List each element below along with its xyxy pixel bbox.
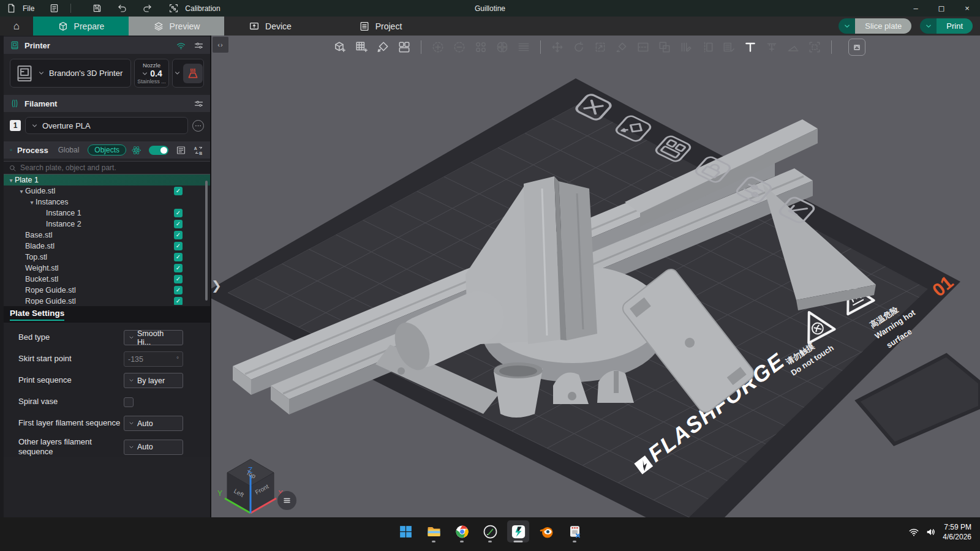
tree-row-top-stl[interactable]: Top.stl✓ [4, 252, 210, 263]
taskbar-blender[interactable] [535, 520, 557, 542]
taskbar-flashforge-slicer[interactable] [507, 520, 529, 542]
slice-plate-split-button: Slice plate [839, 18, 911, 34]
tab-preview[interactable]: Preview [129, 17, 224, 36]
printer-chevron-icon [37, 69, 45, 77]
visibility-checkbox[interactable]: ✓ [174, 187, 183, 195]
calibration-menu[interactable]: Calibration [185, 4, 220, 13]
taskbar-start[interactable] [394, 520, 417, 542]
redo-icon[interactable] [142, 3, 153, 13]
search-input[interactable] [20, 163, 205, 172]
clock-time: 7:59 PM [943, 522, 971, 532]
tree-row-rope-guide-stl[interactable]: Rope Guide.stl✓ [4, 296, 210, 305]
tree-row-plate-1[interactable]: ▾Plate 1 [4, 174, 210, 186]
tree-row-bucket-stl[interactable]: Bucket.stl✓ [4, 274, 210, 285]
add-plate-icon[interactable] [353, 39, 370, 56]
viewport-3d[interactable]: 请勿触摸 Do not touch 高温危险 Warning hot surfa… [211, 36, 980, 517]
filament-selector[interactable]: Overture PLA [25, 117, 188, 134]
heated-bed-icon [183, 64, 203, 83]
bed-type-select[interactable]: Smooth Hi... [124, 330, 183, 345]
title-bar: File Calibration Guillotine – ◻ × [0, 0, 980, 17]
ramp-icon [785, 39, 802, 56]
printer-section-header: Printer [4, 37, 210, 54]
tree-row-guide-stl[interactable]: ▾Guide.stl✓ [4, 186, 210, 197]
printer-settings-icon[interactable] [194, 40, 204, 51]
filament-settings-icon[interactable] [194, 99, 204, 109]
file-menu[interactable]: File [23, 4, 34, 13]
visibility-checkbox[interactable]: ✓ [174, 286, 183, 294]
taskbar-clock[interactable]: 7:59 PM 4/6/2026 [943, 522, 971, 542]
visibility-checkbox[interactable]: ✓ [174, 242, 183, 250]
tray-volume-icon[interactable] [925, 527, 937, 538]
first-layer-seq-select[interactable]: Auto [124, 416, 183, 431]
tab-prepare[interactable]: Prepare [33, 17, 129, 36]
viewport-menu-button[interactable] [277, 491, 296, 510]
tree-row-instance-2[interactable]: Instance 2✓ [4, 219, 210, 230]
visibility-checkbox[interactable]: ✓ [174, 297, 183, 305]
assembly-icon[interactable] [848, 39, 865, 56]
print-options-chevron[interactable] [920, 18, 937, 34]
spiral-vase-checkbox[interactable] [124, 397, 134, 407]
undo-icon[interactable] [117, 3, 127, 13]
tree-scrollbar[interactable] [205, 181, 208, 301]
visibility-checkbox[interactable]: ✓ [174, 209, 183, 217]
taskbar-file-explorer[interactable] [423, 520, 445, 542]
tray-wifi-icon[interactable] [908, 527, 919, 538]
tree-row-weight-stl[interactable]: Weight.stl✓ [4, 263, 210, 274]
maximize-button[interactable]: ◻ [929, 0, 954, 17]
skirt-start-input[interactable] [128, 355, 171, 364]
tree-caret-icon[interactable]: ▾ [18, 188, 25, 195]
visibility-checkbox[interactable]: ✓ [174, 275, 183, 283]
parameter-list-icon[interactable] [176, 145, 186, 156]
model-bucket[interactable] [494, 362, 543, 418]
nozzle-selector[interactable]: Nozzle 0.4 Stainless ... [134, 59, 169, 88]
taskbar-pen-app[interactable] [479, 520, 501, 542]
tree-row-instances[interactable]: ▾Instances [4, 197, 210, 208]
advanced-mode-icon[interactable] [131, 145, 141, 156]
bed-type-selector[interactable] [172, 59, 204, 88]
text-tool-icon[interactable] [742, 39, 759, 56]
close-button[interactable]: × [954, 0, 980, 17]
project-icon [359, 21, 370, 32]
tab-device[interactable]: Device [224, 17, 316, 36]
visibility-checkbox[interactable]: ✓ [174, 253, 183, 261]
filament-more-button[interactable] [192, 120, 204, 132]
printer-selector[interactable]: Brandon's 3D Printer [10, 59, 131, 88]
arrange-icon[interactable] [396, 39, 413, 56]
minimize-button[interactable]: – [903, 0, 929, 17]
auto-orient-icon[interactable] [374, 39, 391, 56]
calibration-icon[interactable] [168, 3, 179, 13]
chevron-down-icon [128, 334, 135, 341]
print-button[interactable]: Print [937, 18, 973, 34]
printer-header-label: Printer [24, 41, 50, 50]
tab-project[interactable]: Project [334, 17, 426, 36]
visibility-checkbox[interactable]: ✓ [174, 220, 183, 228]
visibility-checkbox[interactable]: ✓ [174, 231, 183, 239]
tree-caret-icon[interactable]: ▾ [28, 199, 36, 206]
visibility-checkbox[interactable]: ✓ [174, 264, 183, 272]
other-layers-seq-select[interactable]: Auto [124, 440, 183, 455]
taskbar-snipping-tool[interactable] [564, 520, 586, 542]
notes-icon[interactable] [49, 3, 59, 13]
wifi-icon[interactable] [176, 40, 186, 51]
file-icon[interactable] [6, 3, 17, 13]
import-object-icon[interactable] [331, 39, 349, 56]
tree-caret-icon[interactable]: ▾ [7, 177, 15, 184]
sidebar-collapse-handle[interactable]: ‹› [213, 37, 228, 53]
filament-header-label: Filament [24, 99, 57, 108]
tree-row-blade-stl[interactable]: Blade.stl✓ [4, 241, 210, 252]
tree-row-rope-guide-stl[interactable]: Rope Guide.stl✓ [4, 285, 210, 296]
home-button[interactable]: ⌂ [0, 17, 33, 36]
advanced-toggle[interactable] [149, 146, 168, 155]
navigation-cube[interactable]: Top Left Front Y X Z [216, 454, 285, 517]
process-mode-objects[interactable]: Objects [88, 144, 126, 156]
tree-row-instance-1[interactable]: Instance 1✓ [4, 208, 210, 219]
taskbar-chrome[interactable] [451, 520, 473, 542]
slice-plate-button[interactable]: Slice plate [855, 18, 911, 34]
process-mode-global[interactable]: Global [58, 146, 80, 154]
save-icon[interactable] [92, 3, 102, 13]
slice-options-chevron[interactable] [839, 18, 855, 34]
other-layers-seq-label: Other layers filament sequence [18, 437, 124, 457]
tree-row-base-stl[interactable]: Base.stl✓ [4, 230, 210, 241]
sort-ab-icon[interactable]: AB [194, 145, 204, 156]
print-sequence-select[interactable]: By layer [124, 373, 183, 388]
